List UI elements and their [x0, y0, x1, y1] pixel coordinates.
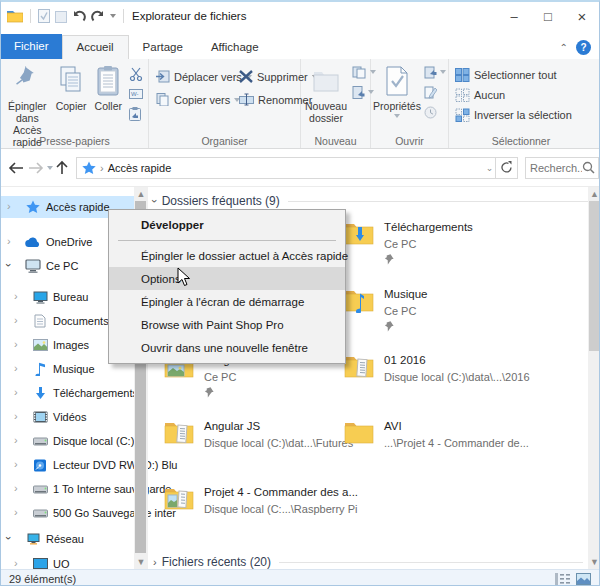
tile-musique[interactable]: Musique Ce PC — [344, 287, 530, 345]
content-scrollbar-thumb[interactable] — [589, 201, 599, 351]
sidebar-item-label: Vidéos — [53, 411, 86, 423]
drive-icon — [32, 481, 48, 497]
sidebar-item-lecteur-dvd-rw-d-blu[interactable]: › Lecteur DVD RW (D:) Blu — [1, 454, 134, 476]
menu-item-d-velopper[interactable]: Développer — [109, 213, 345, 237]
menu-item--pingler-l-cran-de-d-marrage[interactable]: Épingler à l'écran de démarrage — [109, 290, 345, 313]
group-label: Ouvrir — [371, 135, 448, 147]
edit-button[interactable] — [424, 84, 446, 100]
menu-item-options[interactable]: Options — [109, 267, 345, 290]
back-button[interactable] — [7, 161, 25, 175]
folder-music-icon — [344, 287, 374, 313]
sidebar-item-t-l-chargements[interactable]: › Téléchargements — [1, 382, 134, 404]
copy-to-button[interactable]: Copier vers — [155, 93, 231, 106]
chevron-collapsed-icon[interactable]: › — [14, 338, 18, 350]
cloud-icon — [25, 234, 41, 250]
close-button[interactable]: × — [565, 2, 599, 30]
chevron-collapsed-icon[interactable]: › — [7, 235, 11, 247]
move-to-button[interactable]: Déplacer vers — [155, 70, 231, 83]
copy-path-button[interactable]: W- — [129, 86, 143, 102]
address-input[interactable]: › Accès rapide ⌄ — [76, 157, 496, 179]
minimize-button[interactable]: – — [497, 2, 531, 30]
help-icon[interactable]: ? — [576, 40, 591, 55]
scroll-up-icon[interactable]: ▲ — [134, 189, 148, 199]
sidebar-item-500-go-sauvegarde-inter[interactable]: › 500 Go Sauvegarde inter — [1, 502, 134, 524]
undo-icon[interactable] — [72, 10, 86, 22]
search-input[interactable] — [530, 162, 582, 174]
sidebar-item-1-to-interne-sauvegarde[interactable]: › 1 To Interne sauvegarde — [1, 478, 134, 500]
sidebar-item-vid-os[interactable]: › Vidéos — [1, 406, 134, 428]
menu-item--pingler-le-dossier-actuel-acc-s-rapide[interactable]: Épingler le dossier actuel à Accès rapid… — [109, 244, 345, 267]
sidebar-item-r-seau[interactable]: › Réseau — [1, 528, 134, 550]
properties-button[interactable]: Propriétés — [374, 62, 420, 120]
properties-qat-icon[interactable] — [38, 9, 50, 23]
chevron-collapsed-icon[interactable]: › — [14, 557, 18, 569]
thumbnail-view-button[interactable] — [576, 573, 591, 585]
tab-accueil[interactable]: Accueil — [62, 35, 129, 59]
paste-shortcut-button[interactable] — [129, 106, 143, 122]
recent-locations-chevron-icon[interactable] — [47, 166, 53, 170]
up-button[interactable] — [55, 160, 69, 175]
sidebar-item-disque-local-c-[interactable]: › Disque local (C:) — [1, 430, 134, 452]
select-all-button[interactable]: Sélectionner tout — [455, 68, 572, 82]
chevron-expanded-icon[interactable]: › — [3, 536, 15, 540]
tab-partage[interactable]: Partage — [129, 36, 197, 59]
collapse-section-icon[interactable]: › — [149, 199, 161, 203]
open-button[interactable] — [424, 64, 446, 80]
chevron-collapsed-icon[interactable]: › — [14, 506, 18, 518]
refresh-button[interactable] — [496, 157, 518, 179]
sidebar-item-uo[interactable]: › UO — [1, 553, 134, 569]
breadcrumb-location[interactable]: Accès rapide — [108, 162, 172, 174]
customize-qat-chevron-icon[interactable] — [110, 14, 116, 18]
chevron-collapsed-icon[interactable]: › — [14, 410, 18, 422]
tab-affichage[interactable]: Affichage — [197, 36, 273, 59]
breadcrumb-chevron-icon[interactable]: › — [100, 162, 104, 174]
chevron-collapsed-icon[interactable]: › — [14, 434, 18, 446]
forward-button[interactable] — [27, 161, 45, 175]
invert-selection-icon — [455, 108, 470, 122]
tile-t-l-chargements[interactable]: Téléchargements Ce PC — [344, 220, 530, 278]
history-button[interactable] — [424, 104, 446, 120]
details-view-button[interactable] — [555, 573, 570, 585]
delete-button[interactable]: Supprimer — [239, 70, 293, 83]
tile-name: AVI — [384, 420, 402, 432]
scroll-down-icon[interactable]: ▼ — [588, 557, 599, 567]
address-dropdown-icon[interactable]: ⌄ — [486, 163, 494, 173]
chevron-collapsed-icon[interactable]: › — [14, 458, 18, 470]
chevron-collapsed-icon[interactable]: › — [7, 200, 11, 212]
cut-button[interactable] — [129, 66, 143, 82]
chevron-collapsed-icon[interactable]: › — [14, 386, 18, 398]
scroll-up-icon[interactable]: ▲ — [588, 189, 599, 199]
chevron-collapsed-icon[interactable]: › — [14, 290, 18, 302]
new-folder-qat-icon[interactable] — [55, 9, 67, 23]
rename-button[interactable]: Renommer — [239, 93, 293, 106]
tile-projet-4-commander-des-a-[interactable]: Projet 4 - Commander des a... Disque loc… — [164, 485, 350, 543]
chevron-expanded-icon[interactable]: › — [3, 263, 15, 267]
paste-shortcut-icon — [129, 107, 141, 121]
frequent-folders-header[interactable]: › Dossiers fréquents (9) — [153, 194, 591, 208]
search-box[interactable] — [525, 157, 599, 179]
tile-name: Projet 4 - Commander des a... — [204, 486, 358, 498]
maximize-button[interactable]: □ — [531, 2, 565, 30]
paste-button[interactable]: Coller — [92, 62, 125, 114]
copy-button[interactable]: Copier — [53, 62, 90, 114]
minimize-ribbon-icon[interactable]: ⌃ — [560, 42, 568, 53]
menu-item-ouvrir-dans-une-nouvelle-fen-tre[interactable]: Ouvrir dans une nouvelle fenêtre — [109, 336, 345, 359]
recent-files-header[interactable]: › Fichiers récents (20) — [153, 555, 583, 569]
chevron-collapsed-icon[interactable]: › — [14, 362, 18, 374]
tab-fichier[interactable]: Fichier — [1, 34, 62, 59]
chevron-collapsed-icon[interactable]: › — [14, 314, 18, 326]
folder-pics-icon — [164, 485, 194, 511]
scroll-down-icon[interactable]: ▼ — [134, 557, 148, 567]
menu-item-browse-with-paint-shop-pro[interactable]: Browse with Paint Shop Pro — [109, 313, 345, 336]
invert-selection-button[interactable]: Inverser la sélection — [455, 108, 572, 122]
new-folder-button[interactable]: Nouveau dossier — [304, 62, 348, 126]
expand-section-icon[interactable]: › — [153, 556, 157, 568]
tile-01-2016[interactable]: 01 2016 Disque local (C:)\data\...\2016 — [344, 353, 530, 411]
tile-angular-js[interactable]: Angular JS Disque local (C:)\dat...\Futu… — [164, 419, 350, 477]
item-count: 29 élément(s) — [9, 573, 76, 585]
tile-avi[interactable]: AVI ...\Projet 4 - Commander de... — [344, 419, 530, 477]
content-scrollbar[interactable]: ▲ ▼ — [588, 187, 599, 569]
chevron-collapsed-icon[interactable]: › — [14, 482, 18, 494]
redo-icon[interactable] — [91, 10, 105, 22]
select-none-button[interactable]: Aucun — [455, 88, 572, 102]
